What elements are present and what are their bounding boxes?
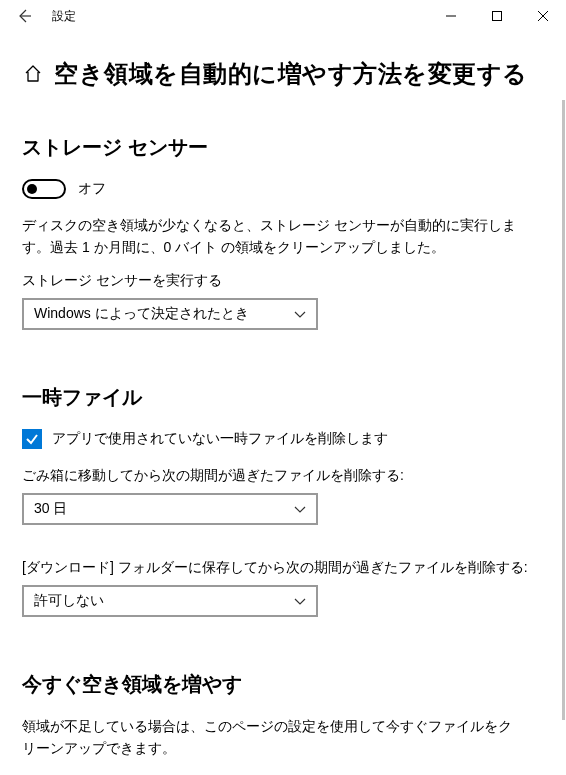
maximize-button[interactable] xyxy=(474,0,520,32)
content-area: 空き領域を自動的に増やす方法を変更する ストレージ センサー オフ ディスクの空… xyxy=(0,32,566,775)
window-title: 設定 xyxy=(52,8,76,25)
home-icon xyxy=(23,64,43,84)
close-icon xyxy=(538,11,548,21)
temp-files-heading: 一時ファイル xyxy=(22,384,544,411)
storage-sense-run-label: ストレージ センサーを実行する xyxy=(22,272,544,290)
home-button[interactable] xyxy=(22,63,44,85)
svg-rect-0 xyxy=(493,12,502,21)
toggle-knob xyxy=(27,184,37,194)
free-now-heading: 今すぐ空き領域を増やす xyxy=(22,671,544,698)
dropdown-value: 30 日 xyxy=(34,500,67,518)
storage-sense-run-dropdown[interactable]: Windows によって決定されたとき xyxy=(22,298,318,330)
page-header: 空き領域を自動的に増やす方法を変更する xyxy=(22,58,544,90)
temp-files-delete-label: アプリで使用されていない一時ファイルを削除します xyxy=(52,430,388,448)
scrollbar[interactable] xyxy=(561,100,566,760)
temp-files-delete-row: アプリで使用されていない一時ファイルを削除します xyxy=(22,429,544,449)
temp-files-delete-checkbox[interactable] xyxy=(22,429,42,449)
dropdown-value: Windows によって決定されたとき xyxy=(34,305,249,323)
chevron-down-icon xyxy=(294,501,306,517)
scrollbar-thumb[interactable] xyxy=(562,100,565,720)
minimize-button[interactable] xyxy=(428,0,474,32)
window-controls xyxy=(428,0,566,32)
storage-sense-toggle-label: オフ xyxy=(78,180,106,198)
downloads-dropdown[interactable]: 許可しない xyxy=(22,585,318,617)
storage-sense-description: ディスクの空き領域が少なくなると、ストレージ センサーが自動的に実行します。過去… xyxy=(22,215,522,258)
back-arrow-icon xyxy=(16,8,32,24)
minimize-icon xyxy=(446,11,456,21)
maximize-icon xyxy=(492,11,502,21)
back-button[interactable] xyxy=(8,0,40,32)
free-now-description: 領域が不足している場合は、このページの設定を使用して今すぐファイルをクリーンアッ… xyxy=(22,716,522,759)
dropdown-value: 許可しない xyxy=(34,592,104,610)
chevron-down-icon xyxy=(294,306,306,322)
recycle-bin-label: ごみ箱に移動してから次の期間が過ぎたファイルを削除する: xyxy=(22,467,544,485)
recycle-bin-dropdown[interactable]: 30 日 xyxy=(22,493,318,525)
storage-sense-heading: ストレージ センサー xyxy=(22,134,544,161)
storage-sense-toggle[interactable] xyxy=(22,179,66,199)
page-title: 空き領域を自動的に増やす方法を変更する xyxy=(54,58,528,90)
checkmark-icon xyxy=(25,432,39,446)
titlebar: 設定 xyxy=(0,0,566,32)
storage-sense-toggle-row: オフ xyxy=(22,179,544,199)
downloads-label: [ダウンロード] フォルダーに保存してから次の期間が過ぎたファイルを削除する: xyxy=(22,559,544,577)
close-button[interactable] xyxy=(520,0,566,32)
chevron-down-icon xyxy=(294,593,306,609)
